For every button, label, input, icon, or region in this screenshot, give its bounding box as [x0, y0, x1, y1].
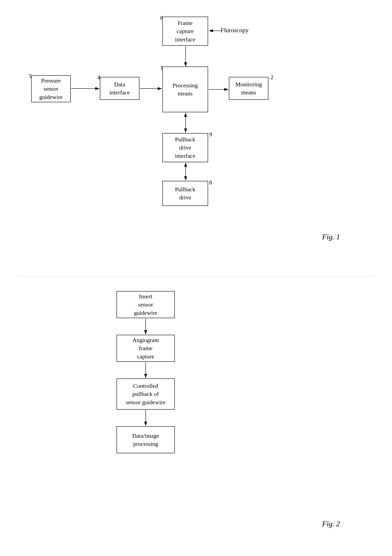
fig1-title: Fig. 1 — [322, 232, 340, 241]
controlled-label: Controlled pullback of sensor guidewire — [126, 382, 166, 406]
label-8: 8 — [209, 179, 212, 186]
processing-label: Processing means — [172, 81, 198, 98]
insert-label: Insert sensor guidewire — [134, 292, 157, 317]
figure-1: Frame capture interface 6 Processing mea… — [0, 8, 392, 258]
divider — [17, 277, 375, 277]
box-pullback-drive: Pullback drive — [162, 181, 208, 206]
label-5: 5 — [29, 73, 32, 79]
frame-capture-label: Frame capture interface — [175, 19, 195, 43]
angiogram-label: Angiogram frame capture — [132, 336, 159, 361]
pullback-interface-label: Pullback drive interface — [175, 135, 195, 160]
figure-2: Insert sensor guidewire Angiogram frame … — [0, 283, 392, 549]
box-data-interface: Data interface — [100, 77, 139, 100]
label-2: 2 — [270, 74, 273, 81]
box-pullback-interface: Pullback drive interface — [162, 133, 208, 162]
fluroscopy-label: Fluroscopy — [220, 27, 249, 34]
page: Frame capture interface 6 Processing mea… — [0, 0, 392, 556]
data-interface-label: Data interface — [110, 80, 130, 96]
label-4: 4 — [97, 74, 100, 81]
box-processing: Processing means — [162, 67, 208, 112]
box-frame-capture: Frame capture interface — [162, 17, 208, 46]
monitoring-label: Monitoring means — [235, 80, 262, 96]
label-1: 1 — [160, 64, 163, 71]
label-9: 9 — [209, 131, 212, 138]
pullback-drive-label: Pullback drive — [175, 185, 195, 201]
label-6: 6 — [160, 15, 163, 21]
box-data-image: Data/image processing — [117, 426, 175, 453]
box-monitoring: Monitoring means — [229, 77, 268, 100]
box-controlled-pullback: Controlled pullback of sensor guidewire — [117, 378, 175, 410]
data-image-label: Data/image processing — [132, 432, 159, 448]
pressure-label: Pressure sensor guidewire — [39, 77, 63, 101]
box-angiogram: Angiogram frame capture — [117, 335, 175, 362]
fig2-title: Fig. 2 — [322, 519, 340, 528]
fig2-arrows — [0, 283, 392, 549]
box-pressure-sensor: Pressure sensor guidewire — [31, 75, 71, 102]
box-insert-sensor: Insert sensor guidewire — [117, 291, 175, 318]
